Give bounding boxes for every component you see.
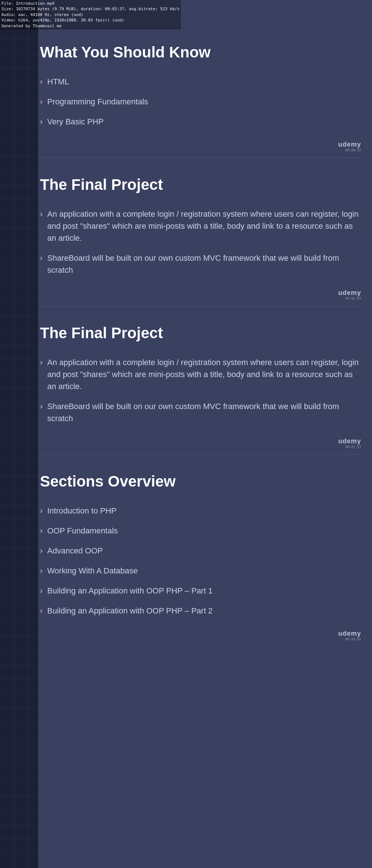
udemy-watermark-4: udemy 00:01:05 — [338, 630, 361, 641]
udemy-logo-4: udemy — [338, 630, 361, 637]
udemy-timestamp-2: 00:01:03 — [345, 297, 361, 300]
main-content: What You Should Know HTML Programming Fu… — [40, 0, 361, 647]
list-item: Very Basic PHP — [40, 116, 361, 128]
slide-what-you-should-know: What You Should Know HTML Programming Fu… — [40, 25, 361, 157]
file-info-line2: Size: 10270734 bytes (9.79 MiB), duratio… — [1, 6, 179, 12]
list-item: Programming Fundamentals — [40, 96, 361, 108]
list-item: HTML — [40, 76, 361, 88]
list-item: ShareBoard will be built on our own cust… — [40, 252, 361, 276]
file-info-overlay: File: Introduction.mp4 Size: 10270734 by… — [0, 0, 181, 29]
udemy-timestamp-4: 00:01:05 — [345, 637, 361, 641]
list-item: ShareBoard will be built on our own cust… — [40, 400, 361, 424]
udemy-logo-1: udemy — [338, 141, 361, 148]
list-item-working-with-database: Working With A Database — [40, 565, 361, 577]
list-item-advanced-oop: Advanced OOP — [40, 545, 361, 557]
list-item: OOP Fundamentals — [40, 525, 361, 537]
slide4-title: Sections Overview — [40, 473, 361, 490]
slide-final-project-2: The Final Project An application with a … — [40, 306, 361, 454]
udemy-logo-2: udemy — [338, 289, 361, 297]
slide1-title: What You Should Know — [40, 44, 361, 61]
udemy-watermark-1: udemy 00:00:52 — [338, 141, 361, 152]
list-item: An application with a complete login / r… — [40, 208, 361, 244]
list-item: Introduction to PHP — [40, 505, 361, 517]
puzzle-side-decoration — [0, 0, 38, 868]
slide3-title: The Final Project — [40, 324, 361, 342]
list-item: Building an Application with OOP PHP – P… — [40, 605, 361, 617]
file-info-line4: Video: h264, yuv420p, 1920x1080, 30.03 f… — [1, 17, 179, 23]
slide2-title: The Final Project — [40, 176, 361, 193]
slide1-items: HTML Programming Fundamentals Very Basic… — [40, 76, 361, 128]
slide2-items: An application with a complete login / r… — [40, 208, 361, 276]
slide4-items: Introduction to PHP OOP Fundamentals Adv… — [40, 505, 361, 617]
udemy-timestamp-3: 00:01:53 — [345, 445, 361, 449]
list-item: Building an Application with OOP PHP – P… — [40, 585, 361, 597]
slide3-items: An application with a complete login / r… — [40, 356, 361, 424]
slide-final-project-1: The Final Project An application with a … — [40, 158, 361, 306]
slide-sections-overview: Sections Overview Introduction to PHP OO… — [40, 455, 361, 647]
udemy-timestamp-1: 00:00:52 — [345, 148, 361, 152]
udemy-watermark-3: udemy 00:01:53 — [338, 437, 361, 449]
udemy-watermark-2: udemy 00:01:03 — [338, 289, 361, 300]
list-item: An application with a complete login / r… — [40, 356, 361, 392]
file-info-line3: Audio: aac, 44100 Hz, stereo (und) — [1, 12, 179, 17]
file-info-line5: Generated by Thumbnail me — [1, 23, 179, 29]
file-info-line1: File: Introduction.mp4 — [1, 1, 179, 6]
udemy-logo-3: udemy — [338, 437, 361, 445]
